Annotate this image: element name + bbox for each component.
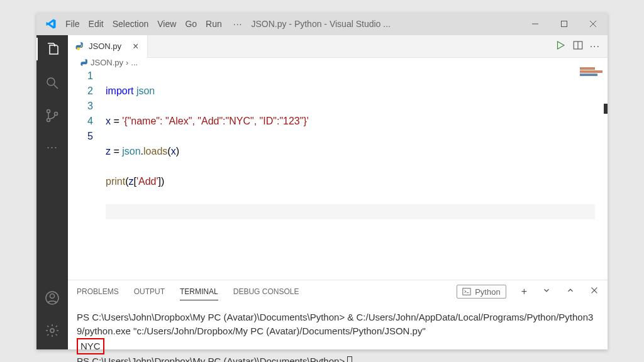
svg-point-7 xyxy=(47,119,50,122)
svg-point-6 xyxy=(47,110,50,113)
svg-rect-1 xyxy=(562,21,567,27)
terminal-cursor xyxy=(347,356,352,362)
svg-point-11 xyxy=(50,329,54,332)
terminal-icon xyxy=(462,287,471,296)
menu-more[interactable]: ··· xyxy=(233,19,243,29)
editor[interactable]: 1 2 3 4 5 import json x = '{"name": "Ale… xyxy=(68,67,608,280)
panel-close-icon[interactable] xyxy=(590,286,599,297)
terminal-highlighted-output: NYC xyxy=(77,338,104,354)
terminal-line: PS C:\Users\John\Dropbox\My PC (Avatar)\… xyxy=(77,310,599,338)
panel-tab-terminal[interactable]: TERMINAL xyxy=(180,287,218,300)
menu-edit[interactable]: Edit xyxy=(89,19,104,29)
source-control-icon[interactable] xyxy=(45,108,60,126)
terminal-shell-indicator[interactable]: Python xyxy=(457,285,506,299)
window-title: JSON.py - Python - Visual Studio ... xyxy=(251,19,521,29)
account-icon[interactable] xyxy=(45,290,60,308)
titlebar: File Edit Selection View Go Run ··· JSON… xyxy=(36,13,608,35)
minimize-button[interactable] xyxy=(521,13,550,35)
terminal-dropdown-icon[interactable] xyxy=(542,286,551,297)
svg-point-10 xyxy=(50,294,55,299)
split-editor-button[interactable] xyxy=(572,40,584,53)
vscode-logo-icon xyxy=(45,18,57,30)
new-terminal-button[interactable]: + xyxy=(521,286,527,297)
line-numbers: 1 2 3 4 5 xyxy=(68,67,106,280)
python-file-icon xyxy=(74,41,84,51)
panel-tab-output[interactable]: OUTPUT xyxy=(134,287,165,296)
minimap[interactable] xyxy=(580,67,605,86)
menu-selection[interactable]: Selection xyxy=(113,19,149,29)
breadcrumb-file: JSON.py xyxy=(91,58,123,67)
close-button[interactable] xyxy=(579,13,608,35)
svg-point-8 xyxy=(55,112,58,116)
panel: PROBLEMS OUTPUT TERMINAL DEBUG CONSOLE P… xyxy=(68,280,608,362)
menu-go[interactable]: Go xyxy=(185,19,197,29)
svg-line-5 xyxy=(54,85,58,89)
tab-close-icon[interactable]: × xyxy=(130,41,141,52)
run-button[interactable] xyxy=(555,40,566,53)
code-content[interactable]: import json x = '{"name": "Alex", "Add":… xyxy=(106,67,608,280)
settings-gear-icon[interactable] xyxy=(45,323,60,341)
breadcrumb[interactable]: JSON.py › ... xyxy=(68,58,608,67)
svg-point-16 xyxy=(82,60,83,60)
breadcrumb-more: ... xyxy=(131,58,138,67)
menu-run[interactable]: Run xyxy=(206,19,222,29)
panel-tab-problems[interactable]: PROBLEMS xyxy=(77,287,119,296)
svg-rect-17 xyxy=(463,288,470,295)
activity-bar: ··· xyxy=(36,35,68,349)
menu-view[interactable]: View xyxy=(157,19,176,29)
editor-tabs: JSON.py × ··· xyxy=(68,35,608,58)
overview-ruler-mark xyxy=(604,104,608,114)
panel-tab-debug[interactable]: DEBUG CONSOLE xyxy=(233,287,299,296)
tab-name: JSON.py xyxy=(89,41,121,51)
menu-file[interactable]: File xyxy=(65,19,80,29)
editor-more-icon[interactable]: ··· xyxy=(590,41,600,52)
panel-maximize-icon[interactable] xyxy=(566,286,575,297)
maximize-button[interactable] xyxy=(550,13,579,35)
tab-json-py[interactable]: JSON.py × xyxy=(68,35,148,58)
terminal-output[interactable]: PS C:\Users\John\Dropbox\My PC (Avatar)\… xyxy=(68,303,608,362)
python-file-icon xyxy=(79,58,88,67)
svg-point-12 xyxy=(77,43,78,44)
svg-point-4 xyxy=(47,78,55,85)
activity-more-icon[interactable]: ··· xyxy=(47,141,58,154)
breadcrumb-sep: › xyxy=(126,58,128,67)
explorer-icon[interactable] xyxy=(36,38,68,60)
search-icon[interactable] xyxy=(45,75,60,93)
svg-point-13 xyxy=(80,48,80,49)
menu-bar: File Edit Selection View Go Run ··· xyxy=(65,19,245,29)
terminal-prompt: PS C:\Users\John\Dropbox\My PC (Avatar)\… xyxy=(77,354,599,362)
